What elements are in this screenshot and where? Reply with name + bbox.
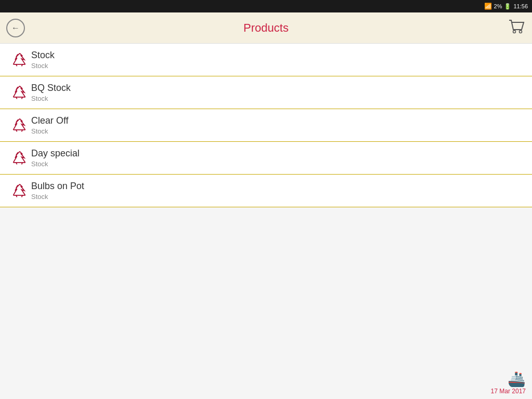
time-text: 11:56	[513, 3, 528, 9]
product-info: Stock Stock	[31, 50, 55, 70]
product-icon	[8, 51, 31, 68]
status-icons: 📶 2% 🔋 11:56	[484, 3, 528, 10]
product-name: BQ Stock	[31, 83, 71, 94]
product-name: Bulbs on Pot	[31, 181, 84, 192]
page-title: Products	[244, 12, 289, 44]
wifi-icon: 📶	[484, 3, 492, 10]
list-item[interactable]: Stock Stock	[0, 44, 532, 76]
product-type: Stock	[31, 193, 84, 201]
battery-icon: 🔋	[504, 3, 511, 10]
cart-button[interactable]	[507, 17, 526, 39]
product-name: Stock	[31, 50, 55, 61]
battery-text: 2%	[494, 3, 502, 9]
product-type: Stock	[31, 160, 79, 168]
status-bar: 📶 2% 🔋 11:56	[0, 0, 532, 12]
product-type: Stock	[31, 62, 55, 70]
list-item[interactable]: Bulbs on Pot Stock	[0, 175, 532, 207]
product-type: Stock	[31, 127, 69, 135]
product-info: Clear Off Stock	[31, 115, 69, 135]
ship-icon: 🚢	[508, 370, 526, 388]
product-info: BQ Stock Stock	[31, 83, 71, 102]
product-type: Stock	[31, 95, 71, 102]
product-icon	[8, 117, 31, 134]
list-item[interactable]: BQ Stock Stock	[0, 76, 532, 109]
product-list: Stock Stock BQ Stock Stock	[0, 44, 532, 207]
date-text: 17 Mar 2017	[491, 388, 526, 395]
product-info: Day special Stock	[31, 148, 79, 168]
back-arrow-icon: ←	[11, 24, 20, 32]
product-name: Day special	[31, 148, 79, 159]
svg-point-0	[513, 30, 516, 33]
product-name: Clear Off	[31, 115, 69, 126]
product-info: Bulbs on Pot Stock	[31, 181, 84, 201]
product-icon	[8, 150, 31, 166]
product-icon	[8, 84, 31, 101]
footer: 🚢 17 Mar 2017	[485, 366, 532, 399]
back-button[interactable]: ←	[6, 19, 25, 37]
svg-point-1	[520, 30, 522, 33]
list-item[interactable]: Clear Off Stock	[0, 109, 532, 142]
product-icon	[8, 182, 31, 199]
cart-icon	[507, 17, 526, 36]
top-bar: ← Products	[0, 12, 532, 44]
list-item[interactable]: Day special Stock	[0, 142, 532, 175]
